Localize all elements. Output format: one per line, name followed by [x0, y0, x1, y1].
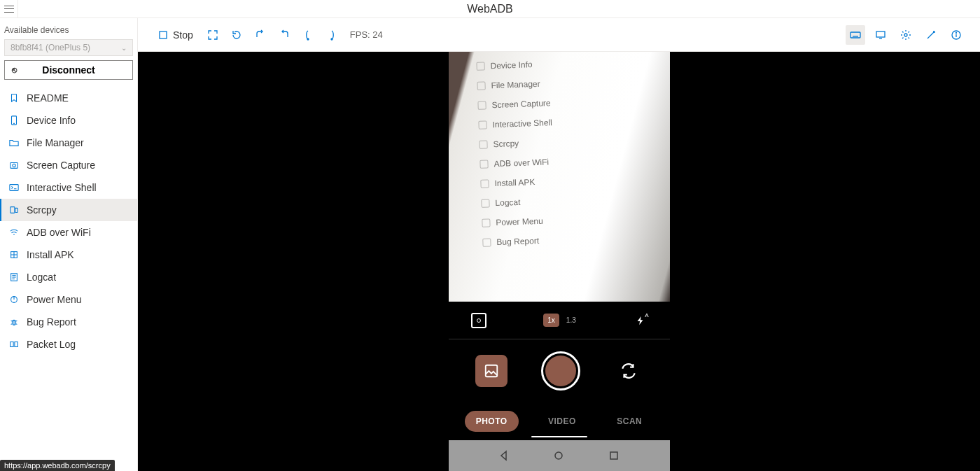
info-button[interactable] [946, 25, 966, 45]
sidebar-item-readme[interactable]: README [0, 87, 137, 109]
sidebar-item-install-apk[interactable]: Install APK [0, 244, 137, 266]
list-item: Interactive Shell [478, 118, 552, 130]
bookmark-icon [8, 92, 20, 104]
sidebar-item-power-menu[interactable]: Power Menu [0, 288, 137, 311]
magic-button[interactable] [921, 25, 941, 45]
svg-rect-29 [486, 365, 498, 377]
svg-rect-21 [850, 32, 860, 38]
android-nav-bar [449, 440, 670, 471]
svg-rect-31 [610, 452, 617, 459]
disconnect-button[interactable]: ⎋ Disconnect [4, 60, 133, 80]
settings-button[interactable] [896, 25, 916, 45]
volume-up-button[interactable] [322, 25, 342, 45]
camera-top-controls: 1x 1.3 A [449, 302, 670, 339]
camera-preview[interactable]: Device Info File Manager Screen Capture … [449, 52, 670, 302]
sidebar-item-label: File Manager [27, 137, 84, 148]
sidebar-item-bug-report[interactable]: Bug Report [0, 311, 137, 333]
sidebar-item-interactive-shell[interactable]: Interactive Shell [0, 176, 137, 199]
svg-rect-4 [10, 185, 18, 191]
sidebar-item-label: Install APK [27, 249, 74, 260]
sidebar-item-scrcpy[interactable]: Scrcpy [0, 199, 137, 221]
sidebar-item-label: Packet Log [27, 339, 76, 350]
topbar: WebADB [0, 0, 980, 18]
device-viewport[interactable]: Device Info File Manager Screen Capture … [138, 52, 980, 471]
sidebar-toggle-button[interactable] [0, 0, 18, 18]
list-item: Power Menu [482, 216, 556, 228]
keyboard-button[interactable] [846, 25, 865, 45]
terminal-icon [8, 182, 20, 193]
svg-rect-17 [15, 342, 18, 347]
zoom-1x-button[interactable]: 1x [543, 314, 559, 327]
power-icon [8, 294, 20, 305]
sidebar-item-label: Scrcpy [27, 204, 57, 216]
shutter-inner-icon [545, 356, 576, 386]
sidebar-item-label: Logcat [27, 272, 56, 283]
list-item: Bug Report [482, 235, 556, 248]
sidebar-item-screen-capture[interactable]: Screen Capture [0, 154, 137, 176]
log-icon [8, 272, 20, 283]
flash-auto-button[interactable]: A [634, 314, 648, 328]
aspect-ratio-button[interactable] [471, 313, 486, 328]
svg-rect-2 [10, 163, 18, 169]
app-title: WebADB [467, 3, 513, 15]
sidebar-item-label: README [27, 92, 69, 104]
sidebar-item-logcat[interactable]: Logcat [0, 266, 137, 288]
android-back-button[interactable] [493, 445, 514, 466]
sidebar-item-label: Bug Report [27, 316, 76, 328]
folder-icon [8, 137, 20, 148]
sidebar-item-adb-wifi[interactable]: ADB over WiFi [0, 221, 137, 244]
sidebar: Available devices 8bfb8f41 (OnePlus 5) ⌄… [0, 18, 138, 471]
sidebar-item-device-info[interactable]: Device Info [0, 109, 137, 132]
sidebar-item-file-manager[interactable]: File Manager [0, 132, 137, 154]
fullscreen-button[interactable] [203, 25, 223, 45]
svg-point-25 [904, 34, 907, 36]
list-item: ADB over WiFi [479, 157, 554, 169]
fps-label: FPS: 24 [350, 29, 383, 40]
available-devices-heading: Available devices [0, 22, 137, 38]
phone-icon [8, 115, 20, 126]
rotate-left-button[interactable] [251, 25, 270, 45]
preview-content: Device Info File Manager Screen Capture … [476, 59, 556, 248]
mode-scan-button[interactable]: SCAN [606, 411, 653, 432]
stop-button[interactable]: Stop [152, 25, 199, 45]
phone-screen[interactable]: Device Info File Manager Screen Capture … [449, 52, 670, 471]
flash-mode-label: A [645, 312, 648, 318]
list-item: Device Info [476, 59, 550, 71]
android-recent-button[interactable] [603, 445, 624, 466]
device-select-dropdown[interactable]: 8bfb8f41 (OnePlus 5) ⌄ [4, 39, 133, 56]
display-button[interactable] [871, 25, 890, 45]
rotate-ccw-button[interactable] [227, 25, 246, 45]
sidebar-item-label: Power Menu [27, 294, 82, 305]
hamburger-icon [4, 6, 14, 13]
package-icon [8, 249, 20, 260]
rotate-right-button[interactable] [274, 25, 294, 45]
svg-point-30 [555, 452, 562, 459]
android-home-button[interactable] [548, 445, 569, 466]
mode-photo-button[interactable]: PHOTO [465, 411, 519, 432]
shutter-button[interactable] [541, 351, 580, 391]
dot-icon [477, 318, 481, 323]
list-item: Screen Capture [477, 98, 552, 111]
svg-point-3 [13, 164, 15, 167]
device-selected-label: 8bfb8f41 (OnePlus 5) [10, 43, 90, 52]
zoom-1-3-button[interactable]: 1.3 [566, 316, 576, 324]
sidebar-item-packet-log[interactable]: Packet Log [0, 333, 137, 356]
svg-rect-18 [160, 31, 167, 38]
flip-camera-button[interactable] [615, 357, 643, 385]
wifi-icon [8, 227, 20, 238]
disconnect-label: Disconnect [42, 64, 94, 76]
svg-rect-23 [876, 31, 885, 37]
svg-rect-5 [10, 207, 15, 213]
stop-label: Stop [173, 29, 193, 41]
zoom-group: 1x 1.3 [543, 314, 575, 327]
plug-icon: ⎋ [12, 65, 17, 75]
status-url: https://app.webadb.com/scrcpy [0, 460, 115, 471]
svg-rect-16 [10, 342, 13, 347]
toolbar: Stop FPS: 24 [138, 18, 980, 52]
mode-video-button[interactable]: VIDEO [537, 411, 587, 432]
bug-icon [8, 316, 20, 328]
volume-down-button[interactable] [298, 25, 318, 45]
gallery-button[interactable] [475, 355, 507, 387]
list-item: Scrcpy [479, 137, 553, 150]
camera-icon [8, 160, 20, 171]
